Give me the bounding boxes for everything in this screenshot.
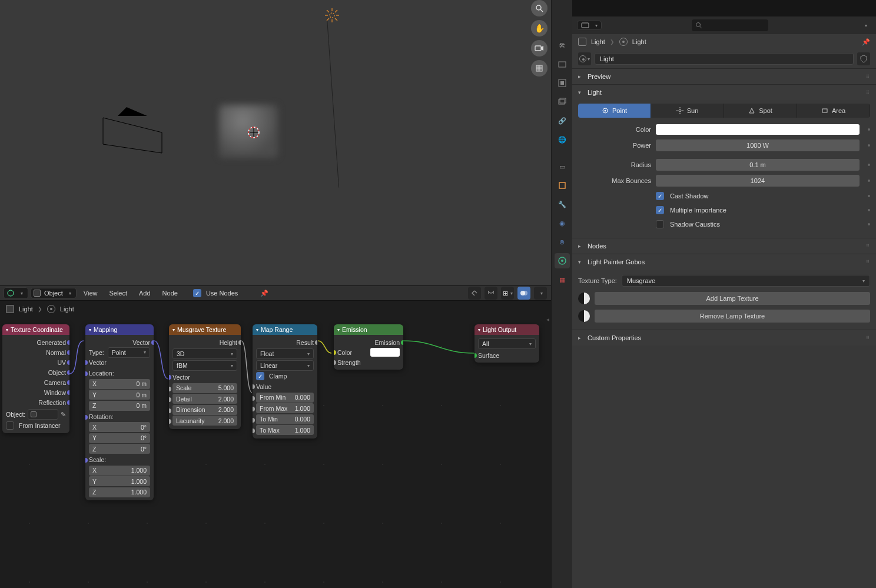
remove-lamp-texture-button[interactable]: Remove Lamp Texture bbox=[578, 308, 870, 324]
eyedropper-icon[interactable]: ✎ bbox=[61, 411, 66, 418]
snap-icon[interactable] bbox=[485, 287, 497, 300]
object-picker[interactable] bbox=[28, 409, 58, 420]
tab-render-icon[interactable] bbox=[555, 57, 570, 72]
tab-scene-icon[interactable]: 🔗 bbox=[555, 113, 570, 128]
area-split-handle[interactable]: ◂ bbox=[546, 316, 549, 323]
object-mode-dropdown[interactable]: Object ▾ bbox=[31, 288, 77, 298]
m-detail[interactable]: Detail2.000 bbox=[172, 394, 237, 404]
tab-viewlayer-icon[interactable] bbox=[555, 94, 570, 109]
parent-nodetree-icon[interactable] bbox=[468, 287, 481, 300]
section-nodes[interactable]: ▸Nodes⠿ bbox=[572, 238, 876, 254]
loc-x[interactable]: X0 m bbox=[89, 379, 150, 389]
props-search[interactable] bbox=[692, 19, 768, 31]
light-type-point[interactable]: Point bbox=[578, 104, 651, 118]
menu-select[interactable]: Select bbox=[104, 288, 132, 298]
menu-view[interactable]: View bbox=[79, 288, 102, 298]
sc-x[interactable]: X1.000 bbox=[89, 466, 150, 476]
tab-world-icon[interactable]: 🌐 bbox=[555, 132, 570, 147]
light-bounces-field[interactable]: 1024 bbox=[656, 175, 860, 187]
node-emission[interactable]: ▾Emission Emission Color Strength bbox=[334, 324, 403, 370]
bc-data[interactable]: Light bbox=[632, 38, 646, 45]
mr-tmax[interactable]: To Max1.000 bbox=[256, 425, 314, 435]
tab-physics-icon[interactable]: ◉ bbox=[555, 215, 570, 231]
texture-type-select[interactable]: Musgrave▾ bbox=[622, 275, 870, 287]
light-color-swatch[interactable] bbox=[656, 124, 860, 135]
tab-output-icon[interactable] bbox=[555, 75, 570, 91]
pin-icon[interactable]: 📌 bbox=[862, 38, 870, 46]
light-type-spot[interactable]: Spot bbox=[724, 104, 797, 118]
mr-fmin[interactable]: From Min0.000 bbox=[256, 393, 314, 403]
musgrave-model[interactable]: fBM▾ bbox=[172, 360, 237, 371]
props-context-dropdown[interactable]: ▾ bbox=[577, 21, 602, 30]
rot-z[interactable]: Z0° bbox=[89, 444, 150, 454]
shield-icon[interactable] bbox=[857, 52, 870, 65]
svg-marker-10 bbox=[118, 107, 147, 116]
add-lamp-texture-button[interactable]: Add Lamp Texture bbox=[578, 291, 870, 306]
sc-y[interactable]: Y1.000 bbox=[89, 476, 150, 486]
node-editor-canvas[interactable]: ▾Texture Coordinate Generated Normal UV … bbox=[0, 317, 551, 588]
node-mapping[interactable]: ▾Mapping Vector Type:Point▾ Vector Locat… bbox=[85, 324, 154, 500]
props-options-icon[interactable]: ▾ bbox=[858, 19, 871, 32]
zoom-icon[interactable] bbox=[531, 0, 548, 16]
tab-collection-icon[interactable]: ▭ bbox=[555, 159, 570, 174]
clamp-checkbox[interactable]: ✓ bbox=[256, 372, 264, 380]
data-id-field[interactable]: Light bbox=[595, 53, 854, 65]
mapping-type-select[interactable]: Point▾ bbox=[108, 347, 150, 358]
bc-object-label[interactable]: Light bbox=[19, 305, 33, 313]
pan-icon[interactable]: ✋ bbox=[531, 20, 548, 36]
node-light-output[interactable]: ▾Light Output All▾ Surface bbox=[474, 324, 539, 363]
menu-add[interactable]: Add bbox=[134, 288, 155, 298]
loc-y[interactable]: Y0 m bbox=[89, 390, 150, 400]
rot-y[interactable]: Y0° bbox=[89, 433, 150, 443]
perspective-icon[interactable] bbox=[531, 60, 548, 77]
data-browse-icon[interactable]: ▾ bbox=[578, 52, 591, 65]
light-power-field[interactable]: 1000 W bbox=[656, 139, 860, 151]
mr-dtype[interactable]: Float▾ bbox=[256, 348, 314, 359]
musgrave-dim[interactable]: 3D▾ bbox=[172, 348, 237, 359]
tab-texture-icon[interactable]: ▦ bbox=[555, 272, 570, 287]
editor-type-dropdown[interactable]: ▾ bbox=[4, 287, 28, 299]
m-scale[interactable]: Scale5.000 bbox=[172, 383, 237, 393]
tab-constraints-icon[interactable]: ⊚ bbox=[555, 234, 570, 250]
loc-z[interactable]: Z0 m bbox=[89, 401, 150, 411]
tab-object-icon[interactable] bbox=[555, 178, 570, 193]
menu-node[interactable]: Node bbox=[158, 288, 182, 298]
node-map-range[interactable]: ▾Map Range Result Float▾ Linear▾ ✓Clamp … bbox=[253, 324, 317, 438]
node-musgrave[interactable]: ▾Musgrave Texture Height 3D▾ fBM▾ Vector… bbox=[169, 324, 241, 429]
light-type-area[interactable]: Area bbox=[797, 104, 870, 118]
tab-data-icon[interactable] bbox=[555, 253, 570, 268]
section-preview[interactable]: ▸Preview⠿ bbox=[572, 69, 876, 84]
emission-color[interactable] bbox=[370, 348, 400, 357]
mr-fmax[interactable]: From Max1.000 bbox=[256, 403, 314, 413]
section-custom-props[interactable]: ▸Custom Properties⠿ bbox=[572, 330, 876, 346]
svg-point-36 bbox=[561, 260, 563, 262]
tab-tool-icon[interactable]: 🛠 bbox=[555, 38, 570, 53]
use-nodes-checkbox[interactable]: ✓ bbox=[193, 289, 201, 297]
multi-importance-checkbox[interactable]: ✓ bbox=[656, 206, 664, 214]
sc-z[interactable]: Z1.000 bbox=[89, 487, 150, 497]
cast-shadow-checkbox[interactable]: ✓ bbox=[656, 192, 664, 200]
mr-tmin[interactable]: To Min0.000 bbox=[256, 414, 314, 424]
pin-header-icon[interactable]: 📌 bbox=[260, 290, 268, 297]
m-dim[interactable]: Dimension2.000 bbox=[172, 405, 237, 415]
shadow-caustics-checkbox[interactable] bbox=[656, 220, 664, 228]
light-radius-field[interactable]: 0.1 m bbox=[656, 159, 860, 171]
rot-x[interactable]: X0° bbox=[89, 422, 150, 432]
m-lac[interactable]: Lacunarity2.000 bbox=[172, 416, 237, 426]
node-texture-coordinate[interactable]: ▾Texture Coordinate Generated Normal UV … bbox=[2, 324, 69, 433]
light-type-sun[interactable]: Sun bbox=[651, 104, 724, 118]
bc-object[interactable]: Light bbox=[591, 38, 605, 45]
section-light[interactable]: ▾Light⠿ bbox=[572, 85, 876, 100]
section-gobos[interactable]: ▾Light Painter Gobos⠿ bbox=[572, 254, 876, 270]
bc-data-label[interactable]: Light bbox=[60, 305, 74, 313]
snap-type-icon[interactable]: ⊞▾ bbox=[501, 287, 514, 300]
overlay-icon[interactable] bbox=[517, 287, 530, 300]
mr-interp[interactable]: Linear▾ bbox=[256, 360, 314, 371]
from-instancer-checkbox[interactable] bbox=[6, 421, 14, 430]
svg-rect-31 bbox=[560, 81, 564, 85]
tab-modifiers-icon[interactable]: 🔧 bbox=[555, 197, 570, 212]
camera-view-icon[interactable] bbox=[531, 40, 548, 57]
viewport-3d[interactable]: ✋ bbox=[0, 0, 551, 285]
overlay-dropdown[interactable]: ▾ bbox=[534, 287, 547, 300]
output-target[interactable]: All▾ bbox=[478, 338, 536, 349]
